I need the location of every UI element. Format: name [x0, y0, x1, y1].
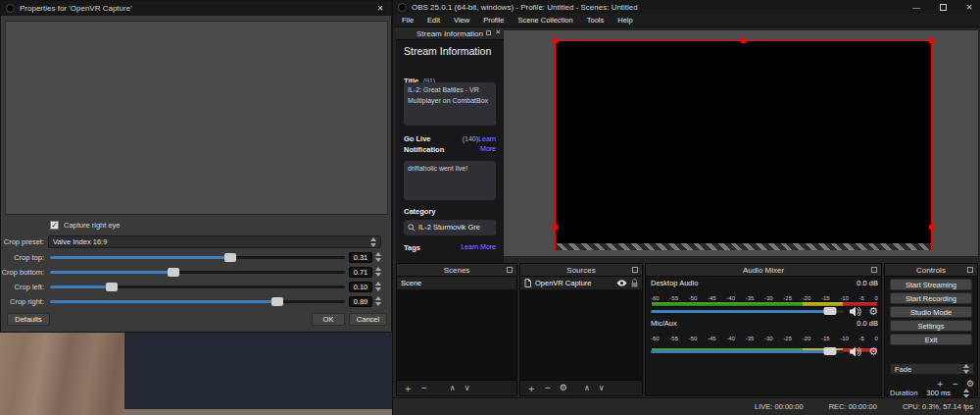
- dock-close-icon[interactable]: ✕: [495, 28, 501, 36]
- stream-info-dock-title: Stream Information: [416, 29, 483, 38]
- volume-slider-handle[interactable]: [824, 307, 837, 315]
- properties-dialog: Properties for 'OpenVR Capture' ✕ ✓ Capt…: [0, 0, 392, 333]
- obs-titlebar[interactable]: OBS 25.0.1 (64-bit, windows) - Profile: …: [393, 0, 980, 14]
- crop-right-row: Crop right: 0.89: [1, 295, 393, 307]
- defaults-button[interactable]: Defaults: [7, 313, 50, 326]
- move-source-down-icon[interactable]: ∨: [599, 385, 605, 392]
- menu-view[interactable]: View: [454, 16, 469, 25]
- move-scene-down-icon[interactable]: ∨: [465, 385, 470, 392]
- crop-right-value[interactable]: 0.89: [349, 296, 372, 307]
- tags-row: Tags Learn More: [404, 243, 496, 252]
- selection-handle-top-left[interactable]: [553, 38, 558, 43]
- duration-spinner-icons[interactable]: [963, 389, 969, 398]
- combo-spinner-icons[interactable]: [370, 237, 376, 247]
- crop-left-value[interactable]: 0.10: [349, 282, 372, 292]
- transition-select[interactable]: Fade: [890, 363, 974, 375]
- dock-float-icon[interactable]: [632, 267, 638, 273]
- maximize-button[interactable]: [932, 0, 954, 14]
- start-recording-button[interactable]: Start Recording: [890, 292, 972, 304]
- visibility-eye-icon[interactable]: [616, 280, 627, 286]
- channel-settings-gear-icon[interactable]: ⚙: [868, 346, 878, 357]
- crop-right-spinner-icons[interactable]: [375, 296, 381, 306]
- crop-bottom-slider-handle[interactable]: [168, 268, 179, 277]
- stream-information-dock: Stream Information ✕ Stream Information …: [396, 27, 504, 263]
- move-source-up-icon[interactable]: ∧: [584, 385, 590, 392]
- menu-help[interactable]: Help: [617, 16, 632, 25]
- golive-notification-input[interactable]: driftaholic went live!: [404, 161, 496, 200]
- remove-scene-icon[interactable]: −: [421, 384, 427, 393]
- ok-button[interactable]: OK: [312, 313, 345, 326]
- menu-edit[interactable]: Edit: [427, 16, 440, 25]
- channel-settings-gear-icon[interactable]: ⚙: [868, 306, 878, 317]
- settings-button[interactable]: Settings: [890, 320, 972, 332]
- dock-float-icon[interactable]: [486, 30, 491, 35]
- mixer-dock-titlebar[interactable]: Audio Mixer: [646, 264, 881, 277]
- controls-dock-titlebar[interactable]: Controls: [885, 264, 977, 277]
- menu-tools[interactable]: Tools: [587, 16, 605, 25]
- crop-left-spinner-icons[interactable]: [375, 282, 381, 291]
- close-button[interactable]: ✕: [958, 0, 980, 14]
- cancel-button[interactable]: Cancel: [349, 313, 387, 326]
- mixer-channel-header: Mic/Aux 0.0 dB: [651, 319, 878, 328]
- move-scene-up-icon[interactable]: ∧: [450, 385, 456, 392]
- crop-bottom-slider[interactable]: [50, 271, 345, 274]
- category-search-box[interactable]: IL-2 Sturmovik Gre: [404, 220, 496, 235]
- tags-learn-more-link[interactable]: Learn More: [461, 243, 496, 252]
- crop-preset-select[interactable]: Valve Index 16:9: [48, 235, 381, 248]
- crop-top-slider-handle[interactable]: [224, 253, 236, 262]
- duration-value: 300 ms: [926, 389, 963, 397]
- close-button[interactable]: ✕: [369, 2, 391, 16]
- add-source-icon[interactable]: ＋: [526, 384, 536, 393]
- stream-title-input[interactable]: IL-2: Great Battles - VR Multiplayer on …: [404, 82, 496, 126]
- scene-list-item[interactable]: Scene: [397, 277, 516, 289]
- speaker-icon[interactable]: [850, 306, 862, 317]
- sources-dock-titlebar[interactable]: Sources: [520, 264, 642, 277]
- dock-float-icon[interactable]: [507, 267, 513, 273]
- add-scene-icon[interactable]: ＋: [403, 384, 413, 393]
- crop-left-slider[interactable]: [50, 285, 345, 288]
- crop-left-slider-handle[interactable]: [106, 283, 118, 291]
- combo-spinner-icons[interactable]: [963, 364, 969, 374]
- menu-profile[interactable]: Profile: [483, 16, 504, 25]
- capture-right-eye-checkbox[interactable]: ✓: [50, 221, 59, 230]
- exit-button[interactable]: Exit: [890, 334, 972, 345]
- stream-info-dock-titlebar[interactable]: Stream Information ✕: [396, 27, 504, 40]
- channel-name: Mic/Aux: [651, 319, 677, 328]
- source-properties-gear-icon[interactable]: ⚙: [560, 384, 567, 392]
- source-preview-black[interactable]: [555, 40, 932, 243]
- volume-slider[interactable]: [651, 349, 844, 354]
- menu-scene-collection[interactable]: Scene Collection: [517, 16, 572, 25]
- volume-slider[interactable]: [651, 309, 844, 314]
- menu-file[interactable]: File: [402, 16, 414, 25]
- start-streaming-button[interactable]: Start Streaming: [890, 279, 972, 290]
- dock-float-icon[interactable]: [967, 267, 973, 273]
- crop-bottom-value[interactable]: 0.71: [349, 267, 372, 278]
- golive-count-link: (140)Learn More: [455, 134, 496, 156]
- selection-handle-mid-left[interactable]: [553, 225, 558, 230]
- selection-handle-top-right[interactable]: [929, 38, 934, 43]
- dock-float-icon[interactable]: [871, 267, 877, 273]
- crop-right-slider-handle[interactable]: [271, 297, 283, 306]
- scenes-list[interactable]: Scene: [397, 277, 516, 380]
- sources-list[interactable]: OpenVR Capture: [520, 277, 642, 380]
- source-list-item[interactable]: OpenVR Capture: [520, 277, 642, 289]
- crop-top-value[interactable]: 0.31: [349, 252, 372, 263]
- crop-top-slider[interactable]: [50, 256, 345, 259]
- scenes-dock-titlebar[interactable]: Scenes: [397, 264, 516, 277]
- golive-learn-more-link[interactable]: Learn More: [478, 135, 496, 152]
- minimize-button[interactable]: —: [906, 0, 927, 14]
- scenes-dock: Scenes Scene ＋ − ∧ ∨: [396, 263, 517, 396]
- crop-bottom-spinner-icons[interactable]: [375, 267, 381, 277]
- selection-handle-top-center[interactable]: [741, 38, 746, 43]
- crop-top-spinner-icons[interactable]: [375, 252, 381, 262]
- volume-slider-handle[interactable]: [824, 347, 837, 355]
- lock-icon[interactable]: [631, 279, 638, 287]
- studio-mode-button[interactable]: Studio Mode: [890, 306, 972, 318]
- speaker-icon[interactable]: [850, 346, 862, 357]
- golive-char-count: (140): [463, 135, 478, 142]
- selection-handle-mid-right[interactable]: [929, 225, 934, 230]
- preview-canvas[interactable]: [504, 27, 978, 256]
- remove-source-icon[interactable]: −: [545, 384, 551, 393]
- crop-right-slider[interactable]: [50, 300, 345, 303]
- properties-titlebar[interactable]: Properties for 'OpenVR Capture' ✕: [1, 1, 391, 16]
